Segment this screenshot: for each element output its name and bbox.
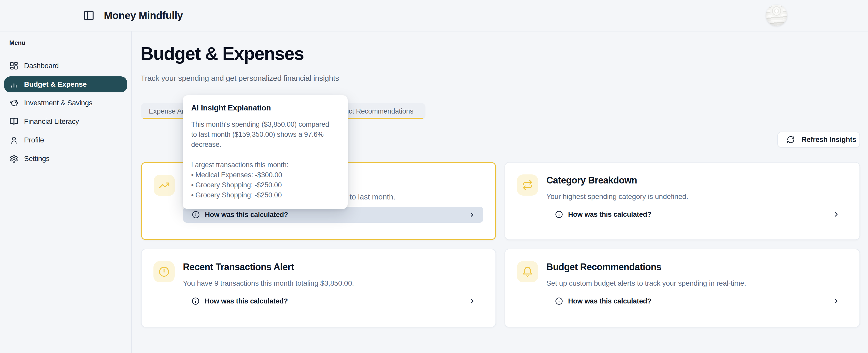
page-subtitle: Track your spending and get personalized… (141, 74, 339, 82)
card-title: Recent Transactions Alert (183, 261, 484, 273)
sidebar-item-label: Budget & Expense (24, 80, 87, 89)
card-recent-transactions: Recent Transactions Alert You have 9 tra… (141, 249, 496, 327)
how-calculated-label: How was this calculated? (205, 297, 288, 305)
tooltip-title: AI Insight Explanation (191, 103, 339, 112)
card-budget-recommendations: Budget Recommendations Set up custom bud… (504, 249, 860, 327)
card-icon-box (154, 175, 175, 196)
app-header: Money Mindfully (0, 0, 868, 32)
sidebar-toggle-button[interactable] (83, 10, 95, 21)
tooltip-body: This month's spending ($3,850.00) compar… (191, 119, 339, 200)
how-calculated-button[interactable]: How was this calculated? (547, 206, 847, 222)
app-title: Money Mindfully (104, 10, 183, 22)
sidebar-item-label: Financial Literacy (24, 117, 79, 126)
how-calculated-button[interactable]: How was this calculated? (547, 293, 847, 309)
card-icon-box (517, 174, 538, 196)
card-description: You have 9 transactions this month total… (183, 279, 484, 288)
card-title: Budget Recommendations (547, 261, 847, 273)
sidebar-item-profile[interactable]: Profile (4, 132, 127, 148)
dashboard-grid-icon (9, 62, 18, 70)
info-icon (192, 297, 199, 305)
sidebar-item-budget-expense[interactable]: Budget & Expense (4, 76, 127, 93)
sidebar-item-financial-literacy[interactable]: Financial Literacy (4, 113, 127, 130)
sidebar-item-dashboard[interactable]: Dashboard (4, 58, 127, 74)
chevron-right-icon (833, 211, 840, 218)
user-icon (9, 136, 18, 144)
card-description: Set up custom budget alerts to track you… (547, 279, 847, 288)
tooltip-line: to last month ($159,350.00) shows a 97.6… (191, 130, 339, 140)
page-title: Budget & Expenses (141, 43, 304, 64)
tooltip-line: This month's spending ($3,850.00) compar… (191, 119, 339, 130)
refresh-insights-button[interactable]: Refresh Insights (777, 132, 860, 148)
card-icon-box (517, 261, 538, 282)
sidebar-item-investment-savings[interactable]: Investment & Savings (4, 95, 127, 111)
info-icon (555, 297, 563, 305)
piggy-bank-icon (9, 99, 18, 107)
how-calculated-label: How was this calculated? (205, 211, 288, 219)
how-calculated-label: How was this calculated? (568, 211, 651, 218)
tooltip-line: decrease. (191, 140, 339, 150)
how-calculated-label: How was this calculated? (568, 297, 651, 305)
card-title: Category Breakdown (547, 174, 847, 186)
sidebar-item-label: Profile (24, 136, 44, 144)
chevron-right-icon (469, 297, 476, 305)
tooltip-line: • Grocery Shopping: -$250.00 (191, 180, 339, 190)
sidebar: Menu Dashboard Budget & Expense Investme… (0, 32, 132, 353)
bell-icon (522, 266, 533, 277)
card-category-breakdown: Category Breakdown Your highest spending… (504, 162, 860, 240)
sidebar-item-label: Settings (24, 154, 50, 163)
repeat-icon (522, 180, 533, 190)
chevron-right-icon (833, 297, 840, 305)
info-icon (192, 211, 200, 218)
tooltip-line: • Medical Expenses: -$300.00 (191, 170, 339, 180)
sidebar-nav: Dashboard Budget & Expense Investment & … (0, 58, 131, 167)
gear-icon (9, 154, 18, 163)
panel-left-icon (83, 10, 95, 21)
refresh-icon (786, 136, 795, 144)
how-calculated-button[interactable]: How was this calculated? (183, 207, 483, 223)
sidebar-menu-label: Menu (0, 39, 131, 46)
tooltip-line: • Grocery Shopping: -$250.00 (191, 190, 339, 200)
info-icon (555, 211, 563, 218)
refresh-insights-label: Refresh Insights (802, 136, 857, 144)
alert-circle-icon (159, 266, 169, 277)
trending-up-icon (159, 180, 170, 191)
ai-insight-tooltip: AI Insight Explanation This month's spen… (183, 95, 348, 209)
user-avatar[interactable] (766, 5, 787, 26)
sidebar-item-label: Dashboard (24, 62, 59, 70)
sidebar-item-settings[interactable]: Settings (4, 151, 127, 167)
card-icon-box (153, 261, 175, 282)
card-description: Your highest spending category is undefi… (547, 192, 847, 201)
sidebar-item-label: Investment & Savings (24, 99, 92, 107)
chevron-right-icon (468, 211, 475, 218)
how-calculated-button[interactable]: How was this calculated? (183, 293, 484, 309)
tooltip-line: Largest transactions this month: (191, 160, 339, 170)
bar-chart-icon (9, 80, 18, 89)
book-open-icon (9, 117, 18, 126)
